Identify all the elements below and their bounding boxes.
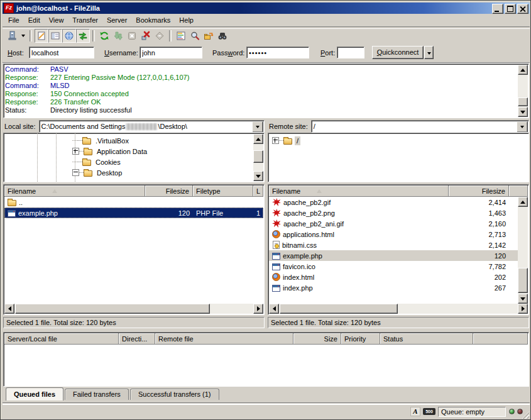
tree-item-application-data[interactable]: Application Data	[4, 146, 253, 157]
toolbar-separator	[30, 30, 32, 41]
username-input[interactable]	[140, 47, 202, 58]
expand-icon[interactable]	[272, 137, 279, 144]
remote-site-dropdown-button[interactable]	[517, 121, 528, 133]
file-search-button[interactable]	[188, 29, 202, 43]
host-input[interactable]	[29, 47, 94, 58]
tab-failed-transfers[interactable]: Failed transfers	[65, 389, 129, 400]
local-site-dropdown-button[interactable]	[252, 121, 263, 133]
expand-icon[interactable]	[72, 148, 79, 155]
quickconnect-button[interactable]: Quickconnect	[372, 46, 424, 59]
column-header-size[interactable]: Size	[293, 333, 341, 345]
site-manager-dropdown-button[interactable]	[19, 29, 27, 43]
column-header-stub	[509, 185, 528, 197]
column-header-filesize[interactable]: Filesize	[145, 185, 193, 197]
file-row[interactable]: example.php120PHP File1	[4, 207, 263, 218]
menu-item-server[interactable]: Server	[102, 14, 131, 26]
remote-tree: /	[268, 133, 529, 182]
port-input[interactable]	[337, 47, 364, 58]
filesize-cell: 267	[449, 284, 509, 292]
tree-item-root[interactable]: /	[272, 135, 527, 146]
scroll-left-button[interactable]	[269, 304, 279, 314]
log-line: Response:150 Connection accepted	[5, 90, 517, 98]
file-row[interactable]: index.html202	[269, 272, 518, 282]
column-header-status[interactable]: Status	[380, 333, 473, 345]
scrollbar-thumb[interactable]	[253, 150, 263, 163]
tab-successful-transfers-1-[interactable]: Successful transfers (1)	[130, 389, 219, 400]
toggle-remote-tree-button[interactable]	[62, 29, 76, 43]
maximize-button[interactable]	[505, 4, 516, 14]
menu-item-transfer[interactable]: Transfer	[68, 14, 102, 26]
scrollbar-thumb[interactable]	[518, 268, 528, 293]
scrollbar-thumb[interactable]	[15, 304, 210, 314]
scroll-right-button[interactable]	[518, 304, 528, 314]
column-header-filetype[interactable]: Filetype	[193, 185, 253, 197]
scroll-down-button[interactable]	[253, 171, 263, 181]
scroll-down-button[interactable]	[518, 294, 528, 304]
scroll-up-button[interactable]	[518, 65, 528, 75]
local-tree-scrollbar[interactable]	[253, 134, 263, 181]
file-row[interactable]: bitnami.css2,142	[269, 240, 518, 250]
quickconnect-dropdown-button[interactable]	[424, 46, 434, 59]
filename-cell: apache_pb2.png	[269, 209, 449, 217]
file-row[interactable]: favicon.ico7,782	[269, 261, 518, 272]
column-header-l[interactable]: L	[253, 185, 263, 197]
scroll-left-button[interactable]	[4, 304, 14, 314]
title-bar[interactable]: Fz john@localhost - FileZilla	[3, 3, 530, 14]
transfer-type-icon[interactable]: A	[410, 407, 420, 416]
file-row[interactable]: apache_pb2.gif2,414	[269, 197, 518, 207]
tree-item-desktop[interactable]: Desktop	[4, 167, 253, 178]
remote-site-combo[interactable]: /	[311, 120, 529, 133]
disconnect-button[interactable]	[139, 29, 153, 43]
site-manager-button[interactable]	[5, 29, 19, 43]
menu-item-edit[interactable]: Edit	[24, 14, 45, 26]
column-header-filename[interactable]: Filename	[269, 185, 449, 197]
menu-item-help[interactable]: Help	[175, 14, 198, 26]
scroll-right-button[interactable]	[253, 304, 263, 314]
column-header-filename[interactable]: Filename	[4, 185, 145, 197]
filename-cell: index.php	[269, 284, 449, 292]
reconnect-button[interactable]	[153, 29, 167, 43]
remote-hscrollbar[interactable]	[269, 304, 528, 314]
scroll-up-button[interactable]	[253, 134, 263, 144]
menu-item-view[interactable]: View	[45, 14, 68, 26]
toggle-local-tree-button[interactable]	[48, 29, 62, 43]
file-row[interactable]: index.php267	[269, 282, 518, 293]
minimize-button[interactable]	[492, 4, 503, 14]
column-header-server-local-file[interactable]: Server/Local file	[4, 333, 119, 345]
tree-item-cookies[interactable]: Cookies	[4, 157, 253, 167]
synchronized-browsing-button[interactable]	[202, 29, 216, 43]
menu-item-file[interactable]: File	[4, 14, 24, 26]
tree-item--virtualbox[interactable]: .VirtualBox	[4, 135, 253, 146]
collapse-icon[interactable]	[72, 169, 79, 176]
file-row[interactable]: ..	[4, 197, 263, 207]
column-header-remote-file[interactable]: Remote file	[155, 333, 293, 345]
scrollbar-thumb[interactable]	[280, 304, 398, 314]
local-site-combo[interactable]: C:\Documents and Settings\Desktop\	[39, 120, 265, 133]
tab-queued-files[interactable]: Queued files	[6, 387, 63, 401]
scrollbar-thumb[interactable]	[518, 97, 528, 106]
toggle-message-log-button[interactable]	[35, 29, 48, 43]
scroll-up-button[interactable]	[518, 197, 528, 207]
close-button[interactable]	[517, 4, 528, 14]
refresh-button[interactable]	[97, 29, 111, 43]
process-queue-button[interactable]	[111, 29, 125, 43]
file-row[interactable]: example.php120	[269, 250, 518, 261]
remote-vscrollbar[interactable]	[518, 197, 528, 304]
speed-limit-icon[interactable]: 500	[423, 408, 435, 415]
scroll-down-button[interactable]	[518, 107, 528, 117]
find-files-button[interactable]	[216, 29, 229, 43]
tree-connector	[78, 140, 82, 141]
log-scrollbar[interactable]	[518, 65, 528, 117]
file-row[interactable]: apache_pb2.png1,463	[269, 207, 518, 218]
column-header-priority[interactable]: Priority	[341, 333, 380, 345]
local-hscrollbar[interactable]	[4, 304, 263, 314]
password-input[interactable]	[246, 47, 309, 58]
column-header-directi-[interactable]: Directi...	[119, 333, 155, 345]
file-row[interactable]: apache_pb2_ani.gif2,160	[269, 218, 518, 229]
column-header-filesize[interactable]: Filesize	[449, 185, 509, 197]
menu-item-bookmarks[interactable]: Bookmarks	[131, 14, 175, 26]
directory-comparison-button[interactable]	[174, 29, 188, 43]
file-row[interactable]: applications.html2,713	[269, 229, 518, 240]
cancel-operation-button[interactable]	[125, 29, 139, 43]
toggle-transfer-queue-button[interactable]	[76, 29, 90, 43]
